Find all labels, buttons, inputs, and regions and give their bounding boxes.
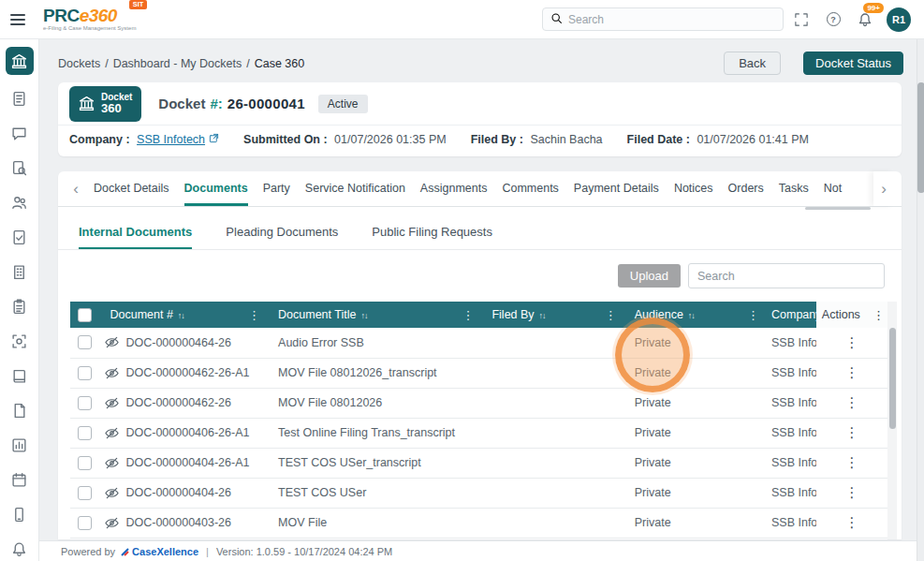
company-cell: SSB Infotech: [762, 478, 816, 508]
column-menu-icon[interactable]: ⋮: [605, 308, 617, 322]
sidebar-item-tasks-icon[interactable]: [3, 289, 37, 324]
tab-orders[interactable]: Orders: [728, 171, 764, 206]
tab-notices[interactable]: Notices: [674, 171, 713, 206]
document-number[interactable]: DOC-000000462-26: [125, 396, 231, 409]
tabs-horizontal-scrollbar[interactable]: [805, 207, 871, 210]
column-menu-icon[interactable]: ⋮: [873, 308, 885, 322]
tab-assignments[interactable]: Assignments: [420, 171, 488, 206]
sort-icon[interactable]: ↑↓: [539, 311, 546, 320]
audience-cell: Private: [620, 478, 762, 508]
global-search-input[interactable]: [568, 13, 775, 26]
row-checkbox[interactable]: [78, 335, 92, 349]
column-menu-icon[interactable]: ⋮: [248, 308, 260, 322]
hamburger-menu-icon[interactable]: [0, 0, 36, 39]
tab-tasks[interactable]: Tasks: [779, 171, 809, 206]
select-all-checkbox[interactable]: [78, 308, 92, 322]
documents-search-input[interactable]: [688, 263, 885, 288]
docket-360-badge: Docket 360: [69, 86, 141, 122]
row-checkbox[interactable]: [78, 456, 92, 470]
tab-party[interactable]: Party: [263, 171, 290, 206]
back-button[interactable]: Back: [724, 52, 781, 75]
document-number[interactable]: DOC-000000462-26-A1: [125, 366, 249, 379]
row-actions-menu-icon[interactable]: ⋮: [839, 334, 864, 350]
sidebar-item-book-icon[interactable]: [3, 359, 37, 393]
filed-by-cell: [477, 388, 619, 418]
tabs-scroll-right-icon[interactable]: ›: [873, 171, 894, 206]
sidebar-item-users-icon[interactable]: [3, 185, 37, 220]
tab-payment-details[interactable]: Payment Details: [574, 171, 659, 206]
company-link[interactable]: SSB Infotech: [137, 133, 219, 146]
search-icon: [550, 11, 563, 28]
filed-by-field: Filed By : Sachin Bacha: [471, 133, 603, 146]
sidebar-item-reports-icon[interactable]: [3, 428, 37, 463]
sidebar-item-chat-icon[interactable]: [3, 116, 37, 151]
row-actions-menu-icon[interactable]: ⋮: [839, 394, 864, 410]
tab-notifications[interactable]: Not: [824, 171, 842, 206]
document-number[interactable]: DOC-000000404-26-A1: [125, 456, 249, 469]
header-company[interactable]: Company: [762, 302, 816, 328]
column-menu-icon[interactable]: ⋮: [747, 308, 759, 322]
row-checkbox[interactable]: [78, 366, 92, 380]
breadcrumb: Dockets / Dashboard - My Dockets / Case …: [58, 57, 304, 70]
subtab-public-filing-requests[interactable]: Public Filing Requests: [372, 225, 492, 249]
sort-icon[interactable]: ↑↓: [178, 311, 184, 320]
sort-icon[interactable]: ↑↓: [688, 311, 695, 320]
fullscreen-icon[interactable]: [787, 6, 815, 34]
tab-comments[interactable]: Comments: [502, 171, 558, 206]
tab-docket-details[interactable]: Docket Details: [94, 171, 169, 206]
sidebar-item-device-icon[interactable]: [3, 497, 37, 532]
submitted-on-value: 01/07/2026 01:35 PM: [334, 133, 447, 146]
document-number[interactable]: DOC-000000464-26: [125, 336, 231, 349]
document-number[interactable]: DOC-000000404-26: [125, 486, 231, 499]
row-actions-menu-icon[interactable]: ⋮: [839, 424, 864, 440]
row-checkbox[interactable]: [78, 486, 92, 500]
document-number[interactable]: DOC-000000406-26-A1: [125, 426, 249, 439]
table-row: DOC-000000462-26 MOV File 08012026 Priva…: [70, 388, 887, 418]
page-vertical-scrollbar[interactable]: [917, 39, 924, 561]
column-menu-icon[interactable]: ⋮: [462, 308, 474, 322]
document-title: TEST COS USer: [263, 478, 477, 508]
docket-status-button[interactable]: Docket Status: [803, 52, 903, 75]
user-avatar[interactable]: R1: [887, 7, 911, 32]
row-actions-menu-icon[interactable]: ⋮: [839, 484, 864, 500]
help-icon[interactable]: ?: [819, 6, 847, 34]
bank-icon: [79, 96, 95, 111]
row-actions-menu-icon[interactable]: ⋮: [839, 454, 864, 470]
header-document-title[interactable]: Document Title↑↓ ⋮: [263, 302, 477, 328]
breadcrumb-dockets[interactable]: Dockets: [58, 57, 100, 70]
table-vertical-scrollbar[interactable]: [887, 302, 897, 539]
header-actions: Actions ⋮: [816, 302, 887, 328]
upload-button[interactable]: Upload: [618, 264, 681, 288]
row-actions-menu-icon[interactable]: ⋮: [839, 364, 864, 380]
breadcrumb-my-dockets[interactable]: Dashboard - My Dockets: [113, 57, 242, 70]
sidebar-item-file-check-icon[interactable]: [3, 220, 37, 255]
tab-documents[interactable]: Documents: [184, 171, 248, 206]
tabs-scroll-left-icon[interactable]: ‹: [66, 171, 86, 206]
header-audience[interactable]: Audience↑↓ ⋮: [620, 302, 762, 328]
document-number[interactable]: DOC-000000403-26: [125, 516, 231, 529]
sidebar-item-bell-icon[interactable]: [3, 532, 37, 561]
notifications-bell-icon[interactable]: 99+: [851, 6, 879, 34]
subtab-pleading-documents[interactable]: Pleading Documents: [226, 225, 338, 249]
row-checkbox[interactable]: [78, 516, 92, 530]
filed-by-label: Filed By :: [471, 133, 523, 146]
header-document-number[interactable]: Document #↑↓ ⋮: [98, 302, 263, 328]
docket-info-row: Company : SSB Infotech Submitted On : 01…: [58, 125, 902, 156]
sort-icon[interactable]: ↑↓: [360, 311, 367, 320]
audience-cell: Private: [620, 328, 762, 358]
sidebar-item-calendar-icon[interactable]: [3, 463, 37, 497]
header-filed-by[interactable]: Filed By↑↓ ⋮: [477, 302, 619, 328]
row-actions-menu-icon[interactable]: ⋮: [839, 514, 864, 530]
tab-service-notification[interactable]: Service Notification: [305, 171, 405, 206]
sidebar-item-files-icon[interactable]: [3, 81, 37, 116]
global-search[interactable]: [542, 7, 784, 31]
subtab-internal-documents[interactable]: Internal Documents: [79, 225, 192, 249]
sidebar-item-file-search-icon[interactable]: [3, 151, 37, 185]
row-checkbox[interactable]: [78, 396, 92, 410]
row-checkbox[interactable]: [78, 426, 92, 440]
sidebar-item-building-icon[interactable]: [3, 255, 37, 289]
sidebar-item-document-icon[interactable]: [3, 393, 37, 428]
docket-number-label: Docket: [158, 96, 205, 111]
sidebar-item-dockets[interactable]: [6, 47, 34, 75]
sidebar-item-scan-icon[interactable]: [3, 324, 37, 359]
